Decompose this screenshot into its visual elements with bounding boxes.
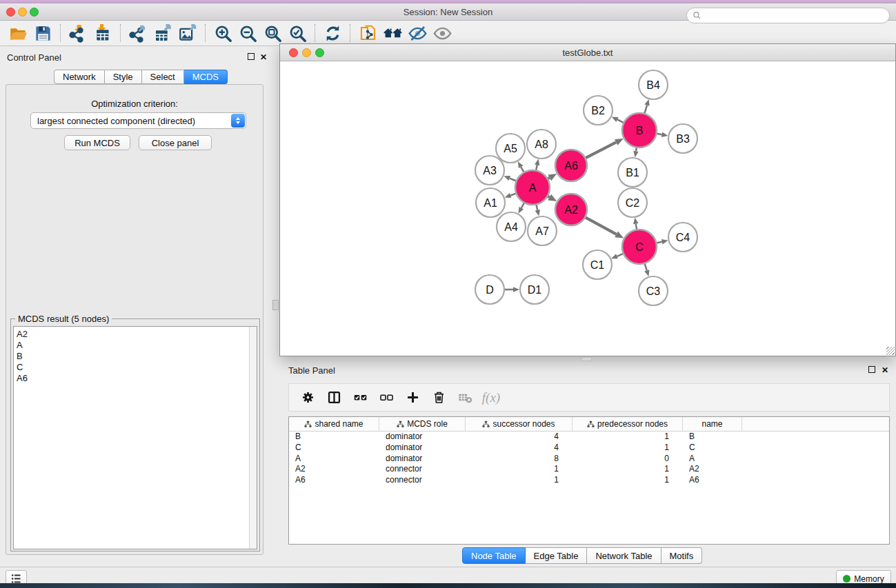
- doc-network-icon: [359, 24, 377, 43]
- mcds-result-list[interactable]: A2ABCA6: [13, 326, 257, 549]
- table-toolbar-show-columns[interactable]: [321, 387, 347, 408]
- table-row[interactable]: Cdominator41C: [289, 443, 889, 454]
- column-header-predecessor-nodes[interactable]: predecessor nodes: [573, 417, 683, 431]
- table-panel-float-icon[interactable]: [868, 366, 875, 374]
- mcds-panel: Optimization criterion: largest connecte…: [6, 84, 263, 555]
- table-cell: A6: [683, 475, 742, 486]
- table-row[interactable]: A6connector11A6: [289, 475, 889, 486]
- table-cell: C: [289, 443, 379, 454]
- toolbar-button-zoom-fit[interactable]: [260, 22, 285, 44]
- open-folder-icon: [9, 24, 28, 43]
- toolbar-button-show-all-networks[interactable]: [380, 22, 405, 44]
- table-cell: dominator: [379, 443, 466, 454]
- zoom-out-icon: [239, 24, 257, 43]
- network-window-titlebar[interactable]: testGlobe.txt: [280, 44, 895, 61]
- graph-node-label: D: [486, 284, 494, 296]
- network-canvas[interactable]: AA1A2A3A4A5A6A7A8BB1B2B3B4CC1C2C3C4DD1: [280, 61, 895, 356]
- save-icon: [34, 24, 52, 43]
- graph-node-label: B3: [676, 133, 690, 145]
- graph-node-label: A6: [564, 160, 578, 172]
- toolbar-button-zoom-selected[interactable]: [285, 22, 310, 44]
- table-row[interactable]: A2connector11A2: [289, 464, 889, 475]
- memory-label: Memory: [854, 574, 884, 584]
- table-toolbar-deselect-all[interactable]: [373, 387, 399, 408]
- control-panel-close-icon[interactable]: ✕: [260, 53, 267, 61]
- table-row[interactable]: Adominator80A: [289, 454, 889, 465]
- toolbar-separator: [60, 24, 61, 42]
- window-resize-grip[interactable]: [886, 347, 895, 355]
- desktop-background-bottom: [0, 583, 896, 588]
- toolbar-button-open-session[interactable]: [6, 22, 30, 44]
- mcds-result-item[interactable]: B: [17, 351, 257, 362]
- table-toolbar-delete-table: [452, 387, 478, 408]
- result-scrollbar[interactable]: [249, 327, 257, 549]
- export-table-icon: [154, 24, 172, 43]
- table-toolbar-delete-columns[interactable]: [426, 387, 452, 408]
- column-header-MCDS-role[interactable]: MCDS role: [379, 417, 466, 431]
- toolbar-button-export-network[interactable]: [126, 22, 150, 44]
- tab-network[interactable]: Network: [54, 70, 105, 84]
- edge-A2-C[interactable]: [584, 217, 616, 234]
- close-panel-button[interactable]: Close panel: [139, 135, 212, 150]
- mcds-result-item[interactable]: C: [17, 362, 257, 373]
- search-input[interactable]: [701, 8, 889, 23]
- column-header-successor-nodes[interactable]: successor nodes: [466, 417, 573, 431]
- export-image-icon: [179, 24, 197, 43]
- table-panel-close-icon[interactable]: ✕: [882, 366, 888, 374]
- table-tab-node-table[interactable]: Node Table: [462, 547, 526, 564]
- arrowhead-icon: [505, 193, 512, 198]
- table-toolbar-function-builder: f(x): [478, 387, 504, 408]
- arrowhead-icon: [513, 287, 519, 292]
- search-box[interactable]: [686, 8, 890, 23]
- table-cell: dominator: [379, 454, 466, 465]
- run-mcds-button[interactable]: Run MCDS: [64, 135, 130, 150]
- toolbar-button-open-network-file[interactable]: [355, 22, 380, 44]
- control-panel-float-icon[interactable]: [248, 53, 255, 61]
- network-window-title: testGlobe.txt: [280, 48, 895, 58]
- optimization-criterion-label: Optimization criterion:: [6, 99, 263, 109]
- tab-select[interactable]: Select: [142, 70, 184, 84]
- criterion-dropdown[interactable]: largest connected component (directed): [30, 112, 246, 129]
- toolbar-button-zoom-out[interactable]: [235, 22, 260, 44]
- horizontal-splitter-handle[interactable]: [581, 357, 592, 361]
- toolbar-button-zoom-in[interactable]: [210, 22, 235, 44]
- toolbar-button-hide-selected[interactable]: [405, 22, 430, 44]
- toolbar-button-apply-layout[interactable]: [320, 22, 345, 44]
- toolbar-button-import-table[interactable]: [90, 22, 115, 44]
- vertical-splitter-handle[interactable]: [272, 300, 279, 310]
- table-tab-motifs[interactable]: Motifs: [661, 547, 703, 564]
- check-pair-icon: [353, 390, 368, 405]
- table-tab-edge-table[interactable]: Edge Table: [526, 547, 588, 564]
- toolbar-button-export-table[interactable]: [150, 22, 175, 44]
- column-header-shared-name[interactable]: shared name: [289, 417, 379, 431]
- toolbar-button-show-selected[interactable]: [430, 22, 455, 44]
- table-toolbar-select-all[interactable]: [347, 387, 373, 408]
- tab-style[interactable]: Style: [105, 70, 142, 84]
- table-tabs: Node TableEdge TableNetwork TableMotifs: [462, 547, 702, 564]
- table-cell: 1: [573, 464, 683, 475]
- edge-A6-B[interactable]: [585, 142, 617, 159]
- table-tab-network-table[interactable]: Network Table: [587, 547, 661, 564]
- import-table-icon: [94, 24, 112, 43]
- table-toolbar-table-options[interactable]: [295, 387, 321, 408]
- toolbar-button-save-session[interactable]: [30, 22, 55, 44]
- column-header-name[interactable]: name: [683, 417, 742, 431]
- table-cell: 1: [573, 432, 683, 443]
- tab-mcds[interactable]: MCDS: [184, 70, 228, 84]
- mcds-result-item[interactable]: A6: [17, 373, 257, 384]
- toolbar-button-import-network[interactable]: [66, 22, 90, 44]
- mcds-result-title: MCDS result (5 nodes): [15, 314, 112, 324]
- graph-node-label: A3: [483, 165, 497, 176]
- table-row[interactable]: Bdominator41B: [289, 432, 889, 443]
- mcds-result-item[interactable]: A2: [17, 329, 257, 340]
- toolbar-separator: [120, 24, 121, 42]
- mcds-result-item[interactable]: A: [17, 340, 257, 351]
- memory-status-icon: [843, 575, 850, 582]
- table-cell: 4: [466, 432, 573, 443]
- graph-node-label: B2: [591, 105, 605, 116]
- node-table[interactable]: shared nameMCDS rolesuccessor nodesprede…: [288, 416, 890, 545]
- arrowhead-icon: [644, 99, 649, 106]
- columns-icon: [327, 390, 341, 405]
- table-toolbar-create-column[interactable]: [399, 387, 426, 408]
- toolbar-button-export-image[interactable]: [175, 22, 200, 44]
